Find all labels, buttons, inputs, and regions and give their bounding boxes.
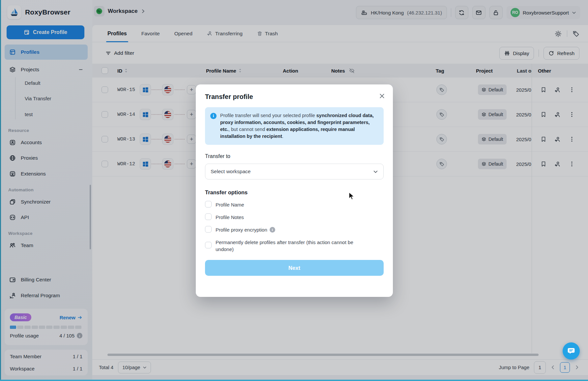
option-label: Permanently delete profiles after transf… xyxy=(216,239,366,253)
option-label: Profile Notes xyxy=(216,214,244,221)
option-checkbox[interactable] xyxy=(205,242,212,248)
info-text-part: . xyxy=(282,134,283,139)
option-delete-after-transfer[interactable]: Permanently delete profiles after transf… xyxy=(205,239,384,253)
option-checkbox[interactable] xyxy=(205,226,212,233)
option-label: Profile Name xyxy=(216,201,244,208)
option-profile-notes[interactable]: Profile Notes xyxy=(205,214,384,221)
next-button[interactable]: Next xyxy=(205,260,384,276)
modal-title: Transfer profile xyxy=(205,93,384,101)
option-profile-name[interactable]: Profile Name xyxy=(205,201,384,208)
chat-bubble-icon xyxy=(567,347,575,355)
workspace-select-placeholder: Select workspace xyxy=(211,169,250,175)
workspace-select[interactable]: Select workspace xyxy=(205,164,384,179)
info-text-part: Profile transfer will send your selected… xyxy=(220,113,316,118)
transfer-options-label: Transfer options xyxy=(205,189,384,196)
transfer-profile-modal: Transfer profile i Profile transfer will… xyxy=(196,84,393,297)
option-label: Profile proxy encryption xyxy=(216,226,267,233)
transfer-info-banner: i Profile transfer will send your select… xyxy=(205,107,384,145)
info-icon: i xyxy=(210,113,217,119)
transfer-info-text: Profile transfer will send your selected… xyxy=(220,112,378,140)
support-chat-button[interactable] xyxy=(563,342,580,360)
transfer-to-label: Transfer to xyxy=(205,153,384,159)
close-icon[interactable] xyxy=(379,93,385,99)
info-text-part: , but cannot send xyxy=(228,127,266,132)
option-checkbox[interactable] xyxy=(205,213,212,220)
app-root: RoxyBrowser Create Profile Profiles Proj… xyxy=(0,0,588,381)
option-checkbox[interactable] xyxy=(205,201,212,207)
chevron-down-icon xyxy=(373,169,378,174)
option-proxy-encryption[interactable]: Profile proxy encryption i xyxy=(205,226,384,233)
proxy-encryption-info-icon[interactable]: i xyxy=(270,227,275,233)
